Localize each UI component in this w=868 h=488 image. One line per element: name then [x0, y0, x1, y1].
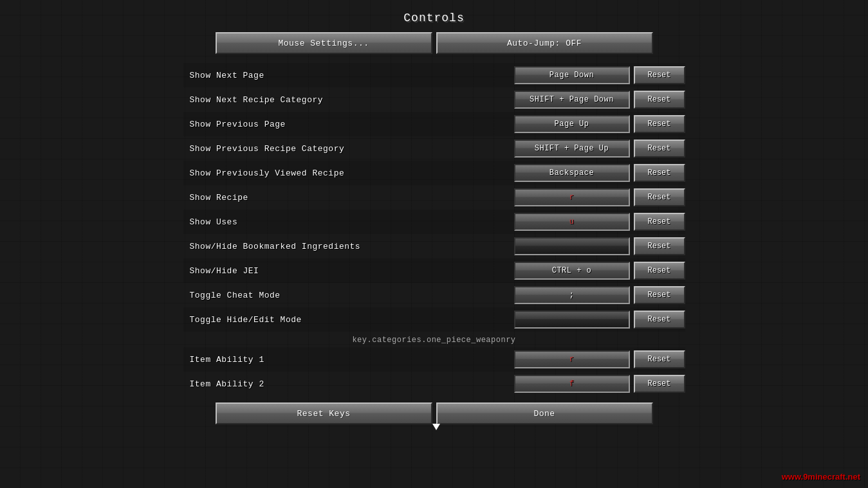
control-name-label: Show Previous Page — [183, 120, 514, 129]
watermark: www.9minecraft.net — [782, 472, 860, 482]
table-row: Show Next Recipe CategorySHIFT + Page Do… — [183, 87, 685, 112]
control-key-button[interactable]: CTRL + o — [514, 262, 630, 280]
control-name-label: Toggle Hide/Edit Mode — [183, 315, 514, 325]
table-row: Show Previous Recipe CategorySHIFT + Pag… — [183, 136, 685, 161]
table-row: Show/Hide Bookmarked IngredientsReset — [183, 234, 685, 258]
control-name-label: Toggle Cheat Mode — [183, 291, 514, 300]
control-key-button[interactable]: r — [514, 350, 630, 368]
control-key-button[interactable]: r — [514, 188, 630, 206]
control-key-button[interactable]: Page Down — [514, 66, 630, 84]
control-name-label: Show Previous Recipe Category — [183, 144, 514, 154]
reset-button[interactable]: Reset — [634, 188, 685, 206]
table-row: Show Previous PagePage UpReset — [183, 112, 685, 136]
control-name-label: Show Recipe — [183, 193, 514, 203]
control-key-button[interactable]: Page Up — [514, 115, 630, 133]
top-buttons-row: Mouse Settings... Auto-Jump: OFF — [216, 32, 653, 54]
reset-button[interactable]: Reset — [634, 213, 685, 231]
page-title: Controls — [403, 12, 464, 24]
table-row: Toggle Hide/Edit ModeReset — [183, 307, 685, 332]
auto-jump-button[interactable]: Auto-Jump: OFF — [436, 32, 653, 54]
table-row: Item Ability 1rReset — [183, 347, 685, 372]
control-key-button[interactable]: SHIFT + Page Down — [514, 91, 630, 109]
table-row: Item Ability 2fReset — [183, 372, 685, 396]
page-container: Controls Mouse Settings... Auto-Jump: OF… — [0, 0, 868, 488]
reset-button[interactable]: Reset — [634, 140, 685, 158]
reset-button[interactable]: Reset — [634, 66, 685, 84]
table-row: Show Next PagePage DownReset — [183, 63, 685, 87]
controls-list: Show Next PagePage DownResetShow Next Re… — [183, 63, 685, 396]
reset-keys-button[interactable]: Reset Keys — [216, 402, 432, 424]
cursor-icon — [432, 424, 440, 430]
mouse-settings-button[interactable]: Mouse Settings... — [216, 32, 432, 54]
control-name-label: Show Next Recipe Category — [183, 95, 514, 105]
control-key-button[interactable]: f — [514, 375, 630, 393]
control-key-button[interactable]: SHIFT + Page Up — [514, 140, 630, 158]
reset-button[interactable]: Reset — [634, 286, 685, 304]
controls-area: Show Next PagePage DownResetShow Next Re… — [183, 63, 685, 396]
control-name-label: Show Next Page — [183, 71, 514, 80]
reset-button[interactable]: Reset — [634, 350, 685, 368]
reset-button[interactable]: Reset — [634, 311, 685, 329]
reset-button[interactable]: Reset — [634, 375, 685, 393]
control-name-label: Show/Hide Bookmarked Ingredients — [183, 242, 514, 251]
scroll-container: Show Next PagePage DownResetShow Next Re… — [183, 63, 685, 396]
reset-button[interactable]: Reset — [634, 115, 685, 133]
control-key-button[interactable]: Backspace — [514, 164, 630, 182]
control-key-button[interactable] — [514, 237, 630, 255]
category-label: key.categories.one_piece_weaponry — [183, 332, 685, 347]
control-name-label: Show Uses — [183, 217, 514, 227]
done-button[interactable]: Done — [436, 402, 653, 424]
table-row: Show Previously Viewed RecipeBackspaceRe… — [183, 161, 685, 185]
table-row: Show/Hide JEICTRL + oReset — [183, 258, 685, 283]
table-row: Show ReciperReset — [183, 185, 685, 210]
control-name-label: Item Ability 2 — [183, 379, 514, 389]
table-row: Toggle Cheat Mode;Reset — [183, 283, 685, 307]
control-key-button[interactable]: u — [514, 213, 630, 231]
control-key-button[interactable] — [514, 311, 630, 329]
control-name-label: Show/Hide JEI — [183, 266, 514, 276]
reset-button[interactable]: Reset — [634, 262, 685, 280]
bottom-buttons-row: Reset Keys Done — [216, 402, 653, 424]
control-name-label: Item Ability 1 — [183, 355, 514, 365]
reset-button[interactable]: Reset — [634, 91, 685, 109]
reset-button[interactable]: Reset — [634, 164, 685, 182]
control-name-label: Show Previously Viewed Recipe — [183, 168, 514, 178]
control-key-button[interactable]: ; — [514, 286, 630, 304]
table-row: Show UsesuReset — [183, 210, 685, 234]
reset-button[interactable]: Reset — [634, 237, 685, 255]
